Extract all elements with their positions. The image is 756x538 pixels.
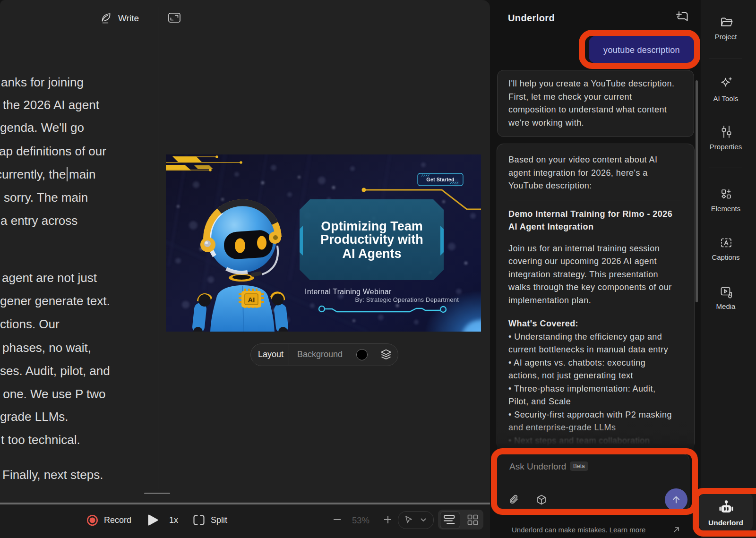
svg-text:Productivity with: Productivity with [320,232,423,247]
svg-text:Optimizing Team: Optimizing Team [321,219,423,233]
svg-text:Get Started: Get Started [426,177,454,182]
svg-text:AI Agents: AI Agents [342,247,401,261]
svg-text:AI: AI [248,296,255,304]
svg-text:Internal Training Webinar: Internal Training Webinar [305,288,392,296]
svg-text:By: Strategic Operations Depar: By: Strategic Operations Department [355,296,459,303]
